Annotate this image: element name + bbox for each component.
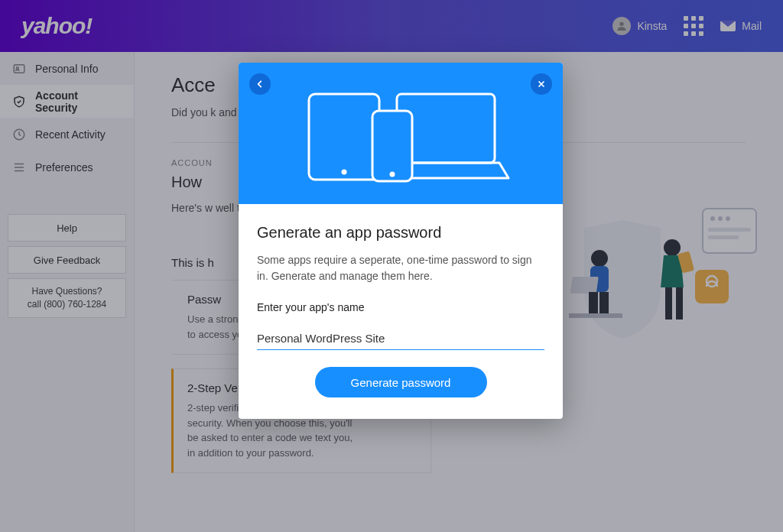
svg-rect-25: [372, 111, 412, 181]
generate-password-button[interactable]: Generate password: [315, 367, 487, 397]
modal-overlay[interactable]: Generate an app password Some apps requi…: [0, 0, 783, 532]
modal-description: Some apps require a seperate, one-time p…: [257, 252, 544, 284]
svg-rect-22: [309, 94, 379, 180]
svg-point-26: [390, 171, 395, 177]
devices-icon: [290, 80, 512, 187]
modal-title: Generate an app password: [257, 224, 544, 242]
modal-label: Enter your app's name: [257, 301, 544, 313]
back-button[interactable]: [249, 73, 271, 95]
app-name-input[interactable]: [257, 327, 544, 350]
close-button[interactable]: [531, 73, 552, 95]
app-password-modal: Generate an app password Some apps requi…: [239, 63, 563, 419]
modal-hero: [239, 63, 563, 204]
svg-point-23: [342, 169, 347, 174]
